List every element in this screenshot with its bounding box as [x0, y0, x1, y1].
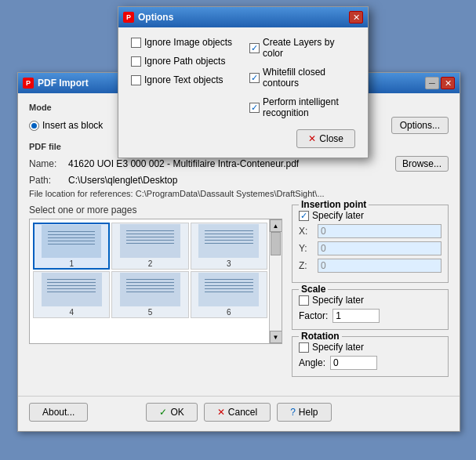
page-num-5: 5 [148, 308, 153, 317]
options-body: Ignore Image objects Ignore Path objects… [118, 27, 368, 158]
page-img-2 [120, 224, 180, 259]
x-label: X: [299, 226, 314, 237]
ok-icon: ✓ [159, 407, 167, 418]
page-thumb-2[interactable]: 2 [111, 223, 188, 270]
page-thumb-4[interactable]: 4 [33, 271, 110, 318]
main-title-text: PDF Import [38, 78, 89, 89]
insertion-specify-checkbox[interactable] [299, 211, 309, 221]
options-close-btn[interactable]: ✕ [349, 11, 363, 24]
options-checkboxes-row: Ignore Image objects Ignore Path objects… [131, 37, 355, 121]
scroll-track [270, 232, 282, 331]
about-button[interactable]: About... [29, 403, 88, 422]
scale-group: Scale Specify later Factor: [292, 289, 449, 330]
insertion-specify-label: Specify later [312, 210, 364, 221]
name-value: 41620 UOI E3 000 002 - Multifilaire Intr… [68, 158, 391, 169]
perform-recognition-label: Perform intelligent recognition [263, 96, 355, 118]
main-window-controls: ─ ✕ [425, 77, 455, 89]
create-layers-checkbox[interactable] [249, 43, 260, 53]
pages-panel: Select one or more pages 1 2 [29, 205, 282, 383]
page-thumb-1[interactable]: 1 [33, 223, 110, 270]
rotation-specify-checkbox[interactable] [299, 342, 309, 353]
x-input[interactable] [318, 224, 441, 238]
options-button[interactable]: Options... [391, 117, 449, 134]
z-label: Z: [299, 260, 314, 271]
radio-insert-block[interactable]: Insert as block [29, 120, 103, 131]
rotation-title: Rotation [299, 331, 342, 342]
perform-recognition-checkbox[interactable] [249, 103, 260, 113]
factor-row: Factor: [299, 309, 441, 323]
options-dialog: P Options ✕ Ignore Image objects Ignore … [118, 6, 369, 158]
options-titlebar: P Options ✕ [118, 7, 368, 27]
main-minimize-btn[interactable]: ─ [425, 77, 439, 89]
page-num-6: 6 [227, 308, 231, 317]
cancel-label: Cancel [228, 407, 257, 418]
options-close-button[interactable]: ✕ Close [296, 129, 355, 148]
rotation-specify-label: Specify later [312, 342, 364, 353]
create-layers-row: Create Layers by color [249, 37, 355, 59]
name-label: Name: [29, 158, 68, 169]
options-window-controls: ✕ [349, 11, 363, 24]
ignore-image-checkbox[interactable] [131, 38, 141, 48]
ignore-text-checkbox[interactable] [131, 75, 141, 85]
file-ref-label: File location for references: [29, 189, 133, 198]
y-field-row: Y: [299, 241, 441, 255]
options-close-row: ✕ Close [131, 129, 355, 148]
scroll-up-btn[interactable]: ▲ [270, 219, 282, 232]
ignore-text-label: Ignore Text objects [144, 74, 223, 85]
scale-specify-row: Specify later [299, 295, 441, 306]
pages-container: 1 2 3 4 [29, 219, 282, 344]
right-panels: Insertion point Specify later X: Y: [292, 205, 449, 383]
z-input[interactable] [318, 259, 441, 273]
page-num-3: 3 [227, 259, 231, 268]
x-field-row: X: [299, 224, 441, 238]
page-thumb-6[interactable]: 6 [191, 271, 267, 318]
page-thumb-3[interactable]: 3 [191, 223, 267, 270]
file-ref-value: C:\ProgramData\Dassault Systemes\DraftSi… [136, 189, 325, 198]
help-icon: ? [290, 407, 296, 418]
cancel-button[interactable]: ✕ Cancel [204, 403, 271, 422]
page-img-5 [120, 273, 180, 307]
file-ref-row: File location for references: C:\Program… [29, 189, 449, 198]
page-num-2: 2 [148, 259, 153, 268]
insertion-point-group: Insertion point Specify later X: Y: [292, 205, 449, 283]
options-col-right: Create Layers by color Whitefill closed … [249, 37, 355, 121]
whitefill-label: Whitefill closed contours [263, 67, 355, 89]
angle-input[interactable] [330, 356, 377, 370]
insertion-specify-row: Specify later [299, 210, 441, 221]
ignore-image-label: Ignore Image objects [144, 37, 232, 48]
page-num-1: 1 [69, 259, 74, 268]
name-row: Name: 41620 UOI E3 000 002 - Multifilair… [29, 156, 449, 172]
help-button[interactable]: ? Help [277, 403, 331, 422]
ignore-path-checkbox[interactable] [131, 56, 141, 67]
whitefill-checkbox[interactable] [249, 73, 260, 83]
perform-recognition-row: Perform intelligent recognition [249, 96, 355, 118]
pages-scrollbar[interactable]: ▲ ▼ [269, 219, 282, 343]
page-img-1 [42, 225, 100, 258]
cancel-icon: ✕ [217, 407, 225, 418]
main-title-icon: P [23, 78, 34, 89]
pages-grid: 1 2 3 4 [30, 219, 282, 321]
path-row: Path: C:\Users\qlenglet\Desktop [29, 175, 449, 186]
y-input[interactable] [318, 241, 441, 255]
rotation-specify-row: Specify later [299, 342, 441, 353]
page-thumb-5[interactable]: 5 [111, 271, 188, 318]
browse-button[interactable]: Browse... [395, 156, 449, 172]
page-img-6 [198, 273, 259, 307]
insertion-point-title: Insertion point [299, 199, 369, 210]
scroll-down-btn[interactable]: ▼ [270, 331, 282, 343]
main-close-btn[interactable]: ✕ [441, 77, 455, 89]
options-col-left: Ignore Image objects Ignore Path objects… [131, 37, 237, 121]
factor-input[interactable] [332, 309, 380, 323]
ok-button[interactable]: ✓ OK [146, 403, 197, 422]
about-label: About... [42, 407, 74, 418]
path-label: Path: [29, 175, 68, 186]
radio-insert-circle [29, 121, 39, 131]
close-x-icon: ✕ [308, 133, 316, 144]
scroll-thumb[interactable] [271, 232, 281, 255]
footer-area: About... ✓ OK ✕ Cancel ? Help [18, 396, 460, 431]
page-img-4 [42, 273, 102, 307]
page-num-4: 4 [69, 308, 74, 317]
factor-label: Factor: [299, 310, 328, 321]
scale-specify-checkbox[interactable] [299, 295, 309, 306]
z-field-row: Z: [299, 259, 441, 273]
